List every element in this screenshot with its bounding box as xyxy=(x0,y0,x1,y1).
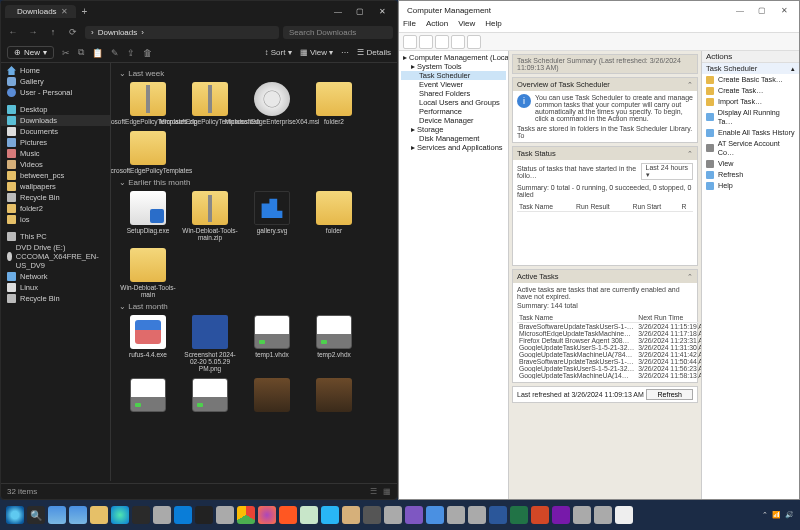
app-icon[interactable] xyxy=(216,506,234,524)
column-header[interactable]: Task Name xyxy=(517,313,636,323)
tree-node[interactable]: Device Manager xyxy=(401,116,506,125)
menu-help[interactable]: Help xyxy=(485,19,501,32)
minimize-button[interactable]: — xyxy=(729,3,751,17)
word-icon[interactable] xyxy=(489,506,507,524)
mmc-tree[interactable]: ▸ Computer Management (Local▸ System Too… xyxy=(399,51,509,499)
tree-node[interactable]: Disk Management xyxy=(401,134,506,143)
sidebar-item-home[interactable]: Home xyxy=(1,65,110,76)
search-input[interactable]: Search Downloads xyxy=(283,26,393,39)
volume-icon[interactable]: 🔊 xyxy=(785,511,794,519)
tree-node[interactable]: ▸ Storage xyxy=(401,125,506,134)
app-icon[interactable] xyxy=(426,506,444,524)
rename-icon[interactable]: ✎ xyxy=(111,48,119,58)
search-icon[interactable]: 🔍 xyxy=(27,506,45,524)
sidebar-item-between-pcs[interactable]: between_pcs xyxy=(1,170,110,181)
table-row[interactable]: MicrosoftEdgeUpdateTaskMachine…3/26/2024… xyxy=(517,330,701,337)
action-item[interactable]: AT Service Account Co… xyxy=(702,138,799,158)
group-header[interactable]: ⌄ Last week xyxy=(119,69,393,78)
group-header[interactable]: ⌄ Earlier this month xyxy=(119,178,393,187)
system-tray[interactable]: ⌃ 📶 🔊 xyxy=(762,511,794,519)
chevron-up-icon[interactable]: ⌃ xyxy=(762,511,768,519)
edge-icon[interactable] xyxy=(111,506,129,524)
app-icon[interactable] xyxy=(573,506,591,524)
column-header[interactable]: Run Result xyxy=(574,202,630,212)
sidebar-item-dvd-drive-e-cccoma-x64fre-en-us-dv9[interactable]: DVD Drive (E:) CCCOMA_X64FRE_EN-US_DV9 xyxy=(1,242,110,271)
details-button[interactable]: ☰ Details xyxy=(357,48,391,57)
store-icon[interactable] xyxy=(132,506,150,524)
action-item[interactable]: Create Task… xyxy=(702,85,799,96)
share-icon[interactable]: ⇪ xyxy=(127,48,135,58)
widgets-icon[interactable] xyxy=(69,506,87,524)
sidebar-item-user-personal[interactable]: User - Personal xyxy=(1,87,110,98)
show-hide-icon[interactable] xyxy=(435,35,449,49)
app-icon[interactable] xyxy=(447,506,465,524)
task-view-icon[interactable] xyxy=(48,506,66,524)
app-icon[interactable] xyxy=(594,506,612,524)
table-row[interactable]: BraveSoftwareUpdateTaskUserS-1-…3/26/202… xyxy=(517,323,701,331)
app-icon[interactable] xyxy=(384,506,402,524)
tree-node[interactable]: Shared Folders xyxy=(401,89,506,98)
vscode-icon[interactable] xyxy=(174,506,192,524)
maximize-button[interactable]: ▢ xyxy=(349,2,371,20)
tree-node[interactable]: Performance xyxy=(401,107,506,116)
tree-node[interactable]: Local Users and Groups xyxy=(401,98,506,107)
back-icon[interactable] xyxy=(403,35,417,49)
column-header[interactable]: R xyxy=(680,202,693,212)
column-header[interactable]: Next Run Time xyxy=(636,313,701,323)
sidebar-item-folder2[interactable]: folder2 xyxy=(1,203,110,214)
sidebar-item-gallery[interactable]: Gallery xyxy=(1,76,110,87)
file-item[interactable]: temp2.vhdx xyxy=(305,315,363,372)
file-item[interactable]: Win-Debloat-Tools-main xyxy=(119,248,177,298)
explorer-tab-downloads[interactable]: Downloads ✕ xyxy=(5,5,76,18)
telegram-icon[interactable] xyxy=(321,506,339,524)
app-icon[interactable] xyxy=(363,506,381,524)
file-item[interactable]: temp1.vhdx xyxy=(243,315,301,372)
mmc-titlebar[interactable]: Computer Management — ▢ ✕ xyxy=(399,1,799,19)
file-item[interactable]: MicrosoftEdgeEnterpriseX64.msi xyxy=(243,82,301,125)
file-item[interactable]: rufus-4.4.exe xyxy=(119,315,177,372)
close-icon[interactable]: ✕ xyxy=(61,7,68,16)
task-status-table[interactable]: Task NameRun ResultRun StartR xyxy=(517,202,693,262)
mmc-taskbar-icon[interactable] xyxy=(615,506,633,524)
sidebar-item-pictures[interactable]: Pictures xyxy=(1,137,110,148)
file-item[interactable] xyxy=(305,378,363,414)
taskbar[interactable]: 🔍 ⌃ 📶 🔊 xyxy=(0,500,800,530)
breadcrumb-current[interactable]: Downloads xyxy=(98,28,138,37)
new-button[interactable]: ⊕ New ▾ xyxy=(7,46,54,59)
minimize-button[interactable]: — xyxy=(327,2,349,20)
view-button[interactable]: ▦ View ▾ xyxy=(300,48,334,57)
table-row[interactable]: Firefox Default Browser Agent 308…3/26/2… xyxy=(517,337,701,344)
up-button[interactable]: ↑ xyxy=(45,27,61,37)
actions-group[interactable]: Task Scheduler▴ xyxy=(702,63,799,74)
maximize-button[interactable]: ▢ xyxy=(751,3,773,17)
active-tasks-table[interactable]: Task NameNext Run TimeTri BraveSoftwareU… xyxy=(517,313,701,379)
period-select[interactable]: Last 24 hours ▾ xyxy=(641,163,693,180)
app-icon[interactable] xyxy=(153,506,171,524)
explorer-content[interactable]: ⌄ Last weekMicrosoftEdgePolicyTemplates.… xyxy=(111,63,397,481)
menu-action[interactable]: Action xyxy=(426,19,448,32)
action-item[interactable]: Enable All Tasks History xyxy=(702,127,799,138)
file-item[interactable] xyxy=(119,378,177,414)
table-row[interactable]: GoogleUpdateTaskUserS-1-5-21-32…3/26/202… xyxy=(517,365,701,372)
file-item[interactable]: gallery.svg xyxy=(243,191,301,241)
sidebar-item-downloads[interactable]: Downloads xyxy=(1,115,110,126)
table-row[interactable]: GoogleUpdateTaskMachineUA(784…3/26/2024 … xyxy=(517,351,701,358)
refresh-button[interactable]: Refresh xyxy=(646,389,693,400)
paste-icon[interactable]: 📋 xyxy=(92,48,103,58)
action-item[interactable]: View xyxy=(702,158,799,169)
sidebar-item-network[interactable]: Network xyxy=(1,271,110,282)
menu-file[interactable]: File xyxy=(403,19,416,32)
sidebar-item-music[interactable]: Music xyxy=(1,148,110,159)
action-item[interactable]: Create Basic Task… xyxy=(702,74,799,85)
tree-node[interactable]: Task Scheduler xyxy=(401,71,506,80)
file-item[interactable]: Win-Debloat-Tools-main.zip xyxy=(181,191,239,241)
grid-view-icon[interactable]: ▦ xyxy=(383,487,391,496)
delete-icon[interactable]: 🗑 xyxy=(143,48,152,58)
explorer-sidebar[interactable]: HomeGalleryUser - PersonalDesktopDownloa… xyxy=(1,63,111,481)
file-item[interactable] xyxy=(243,378,301,414)
collapse-icon[interactable]: ⌃ xyxy=(687,273,693,281)
copy-icon[interactable]: ⧉ xyxy=(78,47,84,58)
close-button[interactable]: ✕ xyxy=(773,3,795,17)
powerpoint-icon[interactable] xyxy=(531,506,549,524)
tree-node[interactable]: Event Viewer xyxy=(401,80,506,89)
